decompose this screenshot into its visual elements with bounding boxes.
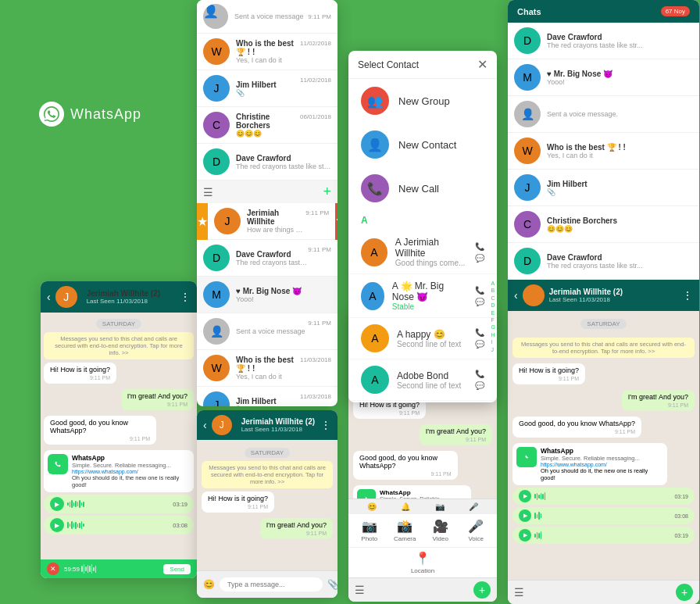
contact-jeremiah[interactable]: A A Jerimiah Willhite Good things come..… bbox=[348, 231, 497, 274]
compose-plus-3[interactable]: + bbox=[473, 581, 491, 599]
back-button-1[interactable]: ‹ bbox=[47, 291, 51, 303]
day-label-2: SATURDAY bbox=[245, 448, 290, 458]
contact-happy[interactable]: A A happy 😊 Second line of text 📞 💬 bbox=[348, 318, 497, 359]
new-call-icon: 📞 bbox=[361, 174, 389, 202]
action-camera[interactable]: 📸 Camera bbox=[389, 519, 422, 542]
r-chat-big[interactable]: M ♥️ Mr. Big Nose 😈 Yooo! bbox=[508, 59, 699, 96]
contact-right-h: 📞 💬 bbox=[475, 328, 484, 348]
contact-right-ab: 📞 💬 bbox=[475, 370, 484, 390]
r-play-1[interactable]: ▶ bbox=[519, 490, 531, 502]
r-menu-dots[interactable]: ⋮ bbox=[682, 289, 693, 302]
r-avatar-who: W bbox=[514, 138, 541, 164]
r-hamburger: ☰ bbox=[514, 586, 524, 599]
new-contact-item[interactable]: 👤 New Contact bbox=[348, 123, 497, 166]
r-wa-title: WhatsApp bbox=[541, 447, 663, 455]
chat-item-voice[interactable]: 👤 Sent a voice message 9:11 PM bbox=[197, 0, 338, 34]
contact-status-1: Last Seen 11/03/2018 bbox=[87, 298, 175, 305]
r-play-3[interactable]: ▶ bbox=[519, 529, 531, 541]
r-avatar-big: M bbox=[514, 64, 541, 91]
emoji-icon-2[interactable]: 😊 bbox=[203, 579, 215, 590]
chat-item-1[interactable]: W Who is the best 🏆 ! ! Yes, I can do it… bbox=[197, 34, 338, 70]
r-chat-voice[interactable]: 👤 Sent a voice message. bbox=[508, 96, 699, 133]
chat-jim2[interactable]: J Jim Hilbert 📎 11/03/2018 bbox=[197, 387, 338, 406]
add-chat-btn[interactable]: + bbox=[323, 184, 331, 200]
chat-dave[interactable]: D Dave Crawford The red crayons taste li… bbox=[197, 240, 338, 277]
jim2-preview: 📎 bbox=[236, 406, 300, 407]
chat-who[interactable]: W Who is the best 🏆 ! ! Yes, I can do it… bbox=[197, 350, 338, 387]
contact-adobe[interactable]: A Adobe Bond Second line of text 📞 💬 bbox=[348, 359, 497, 401]
action-photo[interactable]: 📷 Photo bbox=[353, 519, 386, 542]
r-chat-who[interactable]: W Who is the best 🏆 ! ! Yes, I can do it bbox=[508, 133, 699, 170]
chat-voice2[interactable]: 👤 Sent a voice message 9:11 PM bbox=[197, 313, 338, 350]
new-call-label: New Call bbox=[398, 183, 439, 195]
r-chat-dave[interactable]: D Dave Crawford The red crayons taste li… bbox=[508, 23, 699, 59]
chat-item-jeremiah[interactable]: J Jerimiah Willhite How are things going… bbox=[208, 203, 335, 240]
dave-preview: The red crayons taste like str... bbox=[236, 259, 308, 266]
star-action-btn[interactable]: ★ bbox=[197, 203, 208, 240]
new-call-item[interactable]: 📞 New Call bbox=[348, 166, 497, 210]
mic2-icon-3[interactable]: 🎤 bbox=[469, 502, 478, 511]
chat-item-3[interactable]: C Christine Borchers 😊😊😊 06/01/2018 bbox=[197, 107, 338, 144]
r-chat-chris[interactable]: C Christine Borchers 😊😊😊 bbox=[508, 206, 699, 243]
new-group-item[interactable]: 👥 New Group bbox=[348, 79, 497, 123]
action-location[interactable]: 📍 Location bbox=[353, 551, 492, 574]
day-label-1: SATURDAY bbox=[96, 319, 141, 329]
chat-info-2: Jim Hilbert 📎 bbox=[236, 80, 300, 97]
msg-incoming-1: Hi! How is it going? 9:11 PM bbox=[44, 363, 116, 384]
r-back-btn[interactable]: ‹ bbox=[514, 289, 518, 302]
voice-cancel-1[interactable]: ✕ bbox=[47, 563, 59, 575]
action-voice[interactable]: 🎤 Voice bbox=[460, 519, 493, 542]
chat-info-jim2: Jim Hilbert 📎 bbox=[236, 397, 300, 407]
enc-notice-1: Messages you send to this chat and calls… bbox=[44, 332, 194, 359]
wa-card-1: WhatsApp Simple. Secure. Reliable messag… bbox=[44, 450, 194, 492]
camera-icon: 📸 bbox=[397, 519, 412, 534]
menu-dots-2[interactable]: ⋮ bbox=[320, 419, 331, 431]
camera-icon-3[interactable]: 📷 bbox=[435, 502, 445, 511]
chat-mr-big[interactable]: M ♥️ Mr. Big Nose 😈 Yooo! bbox=[197, 277, 338, 313]
back-btn-2[interactable]: ‹ bbox=[203, 419, 207, 431]
r-chat-dave2[interactable]: D Dave Crawford The red crayons taste li… bbox=[508, 243, 699, 280]
contact-mr-big[interactable]: A A 🌟 Mr. Big Nose 😈 Stable 📞 💬 bbox=[348, 274, 497, 318]
r-conv-status: Last Seen 11/03/2018 bbox=[549, 296, 677, 303]
r-day-label: SATURDAY bbox=[580, 319, 626, 329]
r-msg-out1: I'm great! And you? 9:11 PM bbox=[622, 390, 695, 411]
chat-item-2[interactable]: J Jim Hilbert 📎 11/02/2018 bbox=[197, 70, 338, 107]
v2-time: 9:11 PM bbox=[308, 320, 331, 327]
video-icon: 🎥 bbox=[433, 519, 448, 534]
r-msg-in1: Hi! How is it going? 9:11 PM bbox=[512, 363, 585, 384]
r-jim-prev: 📎 bbox=[547, 188, 693, 196]
chat-item-4[interactable]: D Dave Crawford The red crayons taste li… bbox=[197, 144, 338, 180]
audio-msg-2: ▶ 03:08 bbox=[44, 516, 194, 534]
bell-icon-3[interactable]: 🔔 bbox=[401, 502, 410, 511]
section-a: A bbox=[348, 210, 497, 231]
wa-card3-title: WhatsApp bbox=[380, 489, 467, 496]
new-group-label: New Group bbox=[398, 95, 450, 107]
jeremiah-time: 9:11 PM bbox=[305, 209, 329, 216]
menu-dots-1[interactable]: ⋮ bbox=[180, 291, 191, 303]
r-chat-info-big: ♥️ Mr. Big Nose 😈 Yooo! bbox=[547, 70, 693, 86]
voice-send-btn-1[interactable]: Send bbox=[163, 564, 191, 574]
r-chat-info-who: Who is the best 🏆 ! ! Yes, I can do it bbox=[547, 143, 693, 159]
camera-label: Camera bbox=[394, 535, 416, 542]
voice-rec-bar-1: ✕ 59:59 Send bbox=[41, 559, 197, 578]
avatar-2: J bbox=[203, 75, 230, 102]
contact-alex[interactable]: A Alex Ng Second line of text 📞 💬 bbox=[348, 401, 497, 402]
phone-chat-list: 👤 Sent a voice message 9:11 PM W Who is … bbox=[197, 0, 338, 406]
overlay-title: Select Contact bbox=[358, 59, 419, 70]
delete-action-btn[interactable]: 🗑 bbox=[335, 203, 338, 240]
attach-icon-2[interactable]: 📎 bbox=[327, 579, 338, 590]
whatsapp-icon bbox=[39, 102, 64, 127]
emoji-icon-3[interactable]: 😊 bbox=[367, 502, 377, 511]
action-video[interactable]: 🎥 Video bbox=[424, 519, 457, 542]
phone-small-left: ‹ J Jerimiah Willhite (2) Last Seen 11/0… bbox=[41, 281, 197, 578]
r-compose-plus[interactable]: + bbox=[676, 584, 693, 601]
who-name: Who is the best 🏆 ! ! bbox=[236, 356, 300, 373]
close-overlay-btn[interactable]: ✕ bbox=[477, 57, 488, 72]
r-chris-prev: 😊😊😊 bbox=[547, 225, 693, 233]
r-chat-jim[interactable]: J Jim Hilbert 📎 bbox=[508, 170, 699, 206]
hamburger-icon[interactable]: ☰ bbox=[203, 186, 213, 198]
r-conv-header: ‹ Jerimiah Willhite (2) Last Seen 11/03/… bbox=[508, 280, 699, 311]
chat-input-2[interactable] bbox=[220, 577, 323, 591]
wa-card-3: WhatsApp Simple. Secure. Reliable messag… bbox=[353, 485, 471, 499]
r-play-2[interactable]: ▶ bbox=[519, 509, 531, 522]
